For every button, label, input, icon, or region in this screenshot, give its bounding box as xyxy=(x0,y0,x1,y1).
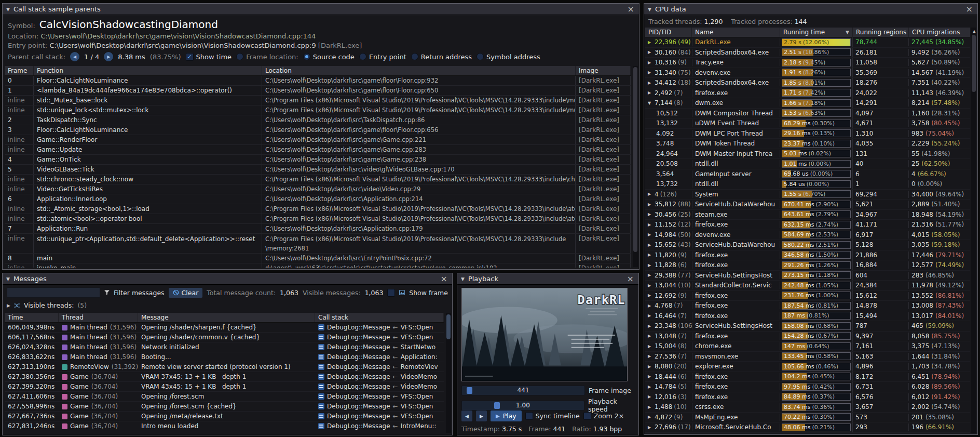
playback-titlebar[interactable]: ▼ Playback × xyxy=(457,273,638,285)
cpu-process-row[interactable]: ▶1,488(10)csrss.exe83.74 ms(0.36%)3,6572… xyxy=(645,402,970,413)
column-running-regions[interactable]: Running regions xyxy=(853,28,909,37)
cpu-titlebar[interactable]: ▼ CPU data × xyxy=(644,4,977,15)
callstack-frame-row[interactable]: inlinestd::unique_ptr<Application,std::d… xyxy=(5,234,631,254)
scroll-up-icon[interactable]: ▲ xyxy=(973,29,976,34)
cpu-process-row[interactable]: ▶22,396(49)DarkRL.exe2.79 s(12.06%)78,74… xyxy=(645,37,970,48)
message-row[interactable]: 627,558,996nsGame(36,704)Opening /forest… xyxy=(5,402,444,412)
clear-button[interactable]: Clear xyxy=(169,288,203,298)
callstack-frame-row[interactable]: inlinestd::_Atomic_storage<bool,1>::load… xyxy=(5,204,631,214)
message-callstack[interactable]: DebugLog::Message←VFS::Open xyxy=(315,412,444,421)
scrollbar-thumb[interactable] xyxy=(972,35,976,92)
column-name[interactable]: Name xyxy=(692,28,780,37)
message-row[interactable]: 627,831,246nsGame(36,704)Intro menu load… xyxy=(5,421,444,431)
expand-row-icon[interactable]: ▶ xyxy=(648,283,653,288)
cpu-process-row[interactable]: 3,564GameInput server69.68 us(0.00%)64(6… xyxy=(645,169,970,180)
callstack-frame-row[interactable]: 7Application::RunC:\Users\wolf\Desktop\d… xyxy=(5,224,631,234)
collapse-icon[interactable]: ▼ xyxy=(648,7,651,12)
radio-return-address[interactable]: Return address xyxy=(411,53,472,61)
expand-row-icon[interactable]: ▶ xyxy=(648,344,653,349)
callstack-frame-row[interactable]: inlineinvoke_maind:\agent\_work\63\s\src… xyxy=(5,263,631,268)
cpu-process-row[interactable]: ▶2,492(7)firefox.exe1.71 s(7.42%)24,0221… xyxy=(645,88,970,99)
playback-speed-slider[interactable]: 1.00 xyxy=(461,401,584,410)
checkbox-checked-icon[interactable]: ✓ xyxy=(186,53,194,61)
expand-row-icon[interactable]: ▶ xyxy=(648,222,653,227)
callstack-frame-row[interactable]: 0Floor::CalcLightNoLuminanceC:\Users\wol… xyxy=(5,76,631,86)
message-row[interactable]: 626,833,622nsMain thread(31,596)Booting.… xyxy=(5,352,444,362)
expand-row-icon[interactable]: ▶ xyxy=(648,40,653,45)
expand-row-icon[interactable]: ▶ xyxy=(648,415,653,419)
cpu-process-row[interactable]: 20,508ntdll.dll1.01 ms(0.00%)4025(62.50%… xyxy=(645,159,970,169)
cpu-process-row[interactable]: ▶4,872(9)MsMpEng.exe70.22 ms(0.30%)57320… xyxy=(645,413,970,423)
radio-icon[interactable] xyxy=(477,53,484,60)
callstack-titlebar[interactable]: ▼ Call stack sample parents × xyxy=(3,4,639,15)
message-callstack[interactable]: DebugLog::Message←VFS::Open xyxy=(315,323,444,332)
callstack-frame-row[interactable]: 3Floor::CalcLightNoLuminanceC:\Users\wol… xyxy=(5,125,631,135)
prev-frame-button[interactable]: ◀ xyxy=(461,410,472,421)
callstack-frame-row[interactable]: 8mainC:\Users\wolf\Desktop\darkrl\src\En… xyxy=(5,254,631,263)
cpu-process-row[interactable]: ▶30,160(84)ScriptedSandbox64.exe2.51 s(1… xyxy=(645,48,970,58)
callstack-frame-row[interactable]: 1<lambda_84a19dc444fae966ca174e83e708bdc… xyxy=(5,86,631,96)
column-time[interactable]: Time xyxy=(5,313,59,322)
cpu-process-row[interactable]: ▶31,340(75)devenv.exe1.91 s(8.26%)35,369… xyxy=(645,68,970,78)
message-row[interactable]: 627,411,606nsGame(36,704)Opening /forest… xyxy=(5,392,444,402)
expand-row-icon[interactable]: ▶ xyxy=(648,263,653,268)
column-running-time[interactable]: Running time▼ xyxy=(780,28,853,37)
close-icon[interactable]: × xyxy=(627,6,635,13)
collapse-icon[interactable]: ▼ xyxy=(461,276,465,282)
show-frame-checkbox[interactable]: ✓ xyxy=(387,289,395,297)
cpu-process-row[interactable]: ▶12,692(9)firefox.exe231.76 ms(1.00%)15,… xyxy=(645,291,970,301)
cpu-process-row[interactable]: 13,132uDWM Event Thread68.29 ms(0.30%)4,… xyxy=(645,118,970,129)
radio-symbol-address[interactable]: Symbol address xyxy=(477,53,540,61)
radio-icon[interactable] xyxy=(411,53,418,60)
expand-row-icon[interactable]: ▶ xyxy=(648,212,653,217)
message-row[interactable]: 606,117,568nsMain thread(31,596)Opening … xyxy=(5,333,444,342)
callstack-frame-row[interactable]: inlineVideo::GetTicksHiResC:\Users\wolf\… xyxy=(5,184,631,194)
message-callstack[interactable]: DebugLog::Message←VFS::Open xyxy=(315,392,444,401)
callstack-frame-row[interactable]: inlinestd::chrono::steady_clock::nowC:\P… xyxy=(5,175,631,184)
column-pid-tid[interactable]: PID/TID xyxy=(645,28,692,37)
expand-row-icon[interactable]: ▶ xyxy=(648,303,653,308)
radio-selected-icon[interactable] xyxy=(303,53,310,60)
expand-row-icon[interactable]: ▶ xyxy=(648,334,653,338)
close-icon[interactable]: × xyxy=(626,275,635,283)
expand-row-icon[interactable]: ▶ xyxy=(648,81,653,85)
message-callstack[interactable]: DebugLog::Message←RemoteViev xyxy=(315,362,444,372)
cpu-process-row[interactable]: ▶27,696(17)Microsoft.ServiceHub.Co48.06 … xyxy=(645,422,970,433)
cpu-process-row[interactable]: ▶23,348(106)ServiceHub.SettingsHost158.0… xyxy=(645,321,970,332)
expand-threads-icon[interactable]: ▶ xyxy=(7,303,10,308)
message-callstack[interactable]: DebugLog::Message←VFS::Open xyxy=(315,333,444,342)
message-row[interactable]: 627,313,190nsRemoteView(31,392)Remote vi… xyxy=(5,362,444,372)
radio-icon[interactable] xyxy=(359,53,366,60)
expand-row-icon[interactable]: ▶ xyxy=(648,50,653,55)
cpu-process-row[interactable]: ▶18,444(6)firefox.exe104.2 ms(0.45%)8,17… xyxy=(645,372,970,382)
radio-entry-point[interactable]: Entry point xyxy=(359,53,406,61)
message-row[interactable]: 606,049,398nsMain thread(31,596)Opening … xyxy=(5,323,444,333)
column-function[interactable]: Function xyxy=(34,66,262,75)
callstack-frame-row[interactable]: inlinestd::atomic<bool>::operator boolC:… xyxy=(5,214,631,224)
message-callstack[interactable]: DebugLog::Message←VideoMemo xyxy=(315,382,444,391)
next-callstack-button[interactable]: ▶ xyxy=(104,52,113,61)
cpu-process-row[interactable]: ▶16,464(7)firefox.exe187 ms(0.81%)15,494… xyxy=(645,311,970,322)
message-callstack[interactable]: DebugLog::Message←IntroMenu:: xyxy=(315,421,444,431)
cpu-process-row[interactable]: ▶30,456(25)steam.exe643.61 ms(2.79%)34,9… xyxy=(645,210,970,220)
cpu-process-row[interactable]: ▶35,812(88)ServiceHub.DataWarehou670.41 … xyxy=(645,200,970,210)
column-thread[interactable]: Thread xyxy=(59,313,138,322)
cpu-process-row[interactable]: ▶11,828(6)firefox.exe291.26 ms(1.26%)16,… xyxy=(645,260,970,271)
sync-timeline-checkbox[interactable]: ✓ Sync timeline xyxy=(525,412,580,420)
message-callstack[interactable]: DebugLog::Message←Application: xyxy=(315,352,444,362)
callstack-frame-row[interactable]: 6Application::InnerLoopC:\Users\wolf\Des… xyxy=(5,194,631,204)
cpu-process-row[interactable]: ▶15,004(8)chrome.exe147 ms(0.64%)7,1613,… xyxy=(645,341,970,352)
collapse-icon[interactable]: ▼ xyxy=(6,276,10,282)
expand-row-icon[interactable]: ▶ xyxy=(648,313,653,318)
scrollbar-thumb[interactable] xyxy=(446,314,451,339)
next-frame-button[interactable]: ▶ xyxy=(476,410,487,421)
callstack-frame-row[interactable]: 2TaskDispatch::SyncC:\Users\wolf\Desktop… xyxy=(5,115,631,125)
expand-row-icon[interactable]: ▶ xyxy=(648,324,653,328)
column-callstack[interactable]: Call stack xyxy=(315,313,444,322)
message-row[interactable]: 626,024,328nsMain thread(31,596)Network … xyxy=(5,342,444,352)
expand-row-icon[interactable]: ▶ xyxy=(648,425,653,430)
checkbox-icon[interactable]: ✓ xyxy=(525,412,533,420)
cpu-process-row[interactable]: ▶13,048(7)firefox.exe154.28 ms(0.67%)9,3… xyxy=(645,332,970,342)
callstack-frame-row[interactable]: 5VideoGLBase::TickC:\Users\wolf\Desktop\… xyxy=(5,165,631,175)
cpu-process-row[interactable]: 3,748DWM Token Thread23.37 ms(0.10%)4,03… xyxy=(645,139,970,149)
